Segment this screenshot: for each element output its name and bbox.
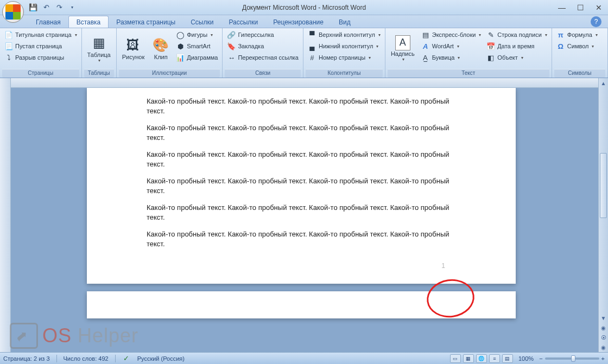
wordart-label: WordArt: [432, 43, 454, 49]
scroll-up-icon[interactable]: ▲: [599, 78, 608, 88]
chevron-down-icon: ▾: [545, 33, 547, 37]
close-button[interactable]: ✕: [590, 2, 608, 14]
smartart-icon: ⬢: [176, 42, 185, 50]
status-bar: Страница: 2 из 3 Число слов: 492 ✓ Русск…: [0, 352, 608, 364]
paragraph[interactable]: Какой-то пробный текст. Какой-то пробный…: [147, 176, 456, 195]
chevron-down-icon: ▾: [211, 33, 213, 37]
save-icon[interactable]: 💾: [28, 3, 38, 12]
paragraph[interactable]: Какой-то пробный текст. Какой-то пробный…: [147, 203, 456, 222]
equation-button[interactable]: πФормула▾: [554, 29, 600, 40]
tab-view[interactable]: Вид: [331, 16, 358, 28]
chevron-down-icon: ▾: [521, 55, 523, 60]
outline-view-icon[interactable]: ≡: [489, 354, 500, 363]
print-layout-view-icon[interactable]: ▭: [450, 354, 461, 363]
chevron-down-icon: ▾: [479, 33, 481, 37]
web-view-icon[interactable]: 🌐: [476, 354, 487, 363]
tab-references[interactable]: Ссылки: [183, 16, 221, 28]
tab-layout[interactable]: Разметка страницы: [109, 16, 183, 28]
paragraph[interactable]: Какой-то пробный текст. Какой-то пробный…: [147, 97, 456, 116]
hyperlink-icon: 🔗: [227, 30, 236, 39]
prev-page-icon[interactable]: ◉: [599, 323, 608, 333]
footer-button[interactable]: ▄Нижний колонтитул▾: [306, 41, 383, 52]
divider: [56, 355, 57, 362]
cover-page-button[interactable]: 📄Титульная страница▾: [2, 29, 79, 40]
scroll-track[interactable]: [599, 88, 608, 313]
workspace: Какой-то пробный текст. Какой-то пробный…: [0, 78, 608, 352]
pagenum-button[interactable]: #Номер страницы▾: [306, 52, 383, 63]
datetime-icon: 📅: [486, 42, 495, 50]
paragraph[interactable]: Какой-то пробный текст. Какой-то пробный…: [147, 229, 456, 248]
document-area[interactable]: Какой-то пробный текст. Какой-то пробный…: [11, 88, 598, 352]
blank-page-button[interactable]: 📃Пустая страница: [2, 41, 79, 52]
sigline-button[interactable]: ✎Строка подписи▾: [484, 29, 549, 40]
table-button[interactable]: ▦ Таблица ▾: [84, 29, 114, 67]
next-page-icon[interactable]: ◉: [599, 342, 608, 352]
status-language[interactable]: Русский (Россия): [137, 355, 185, 362]
status-page[interactable]: Страница: 2 из 3: [3, 355, 50, 362]
dropcap-button[interactable]: A̲Буквица▾: [419, 52, 484, 63]
browse-object-icon[interactable]: ⦿: [599, 333, 608, 342]
paragraph[interactable]: Какой-то пробный текст. Какой-то пробный…: [147, 123, 456, 142]
footer-label: Нижний колонтитул: [319, 43, 373, 49]
symbol-button[interactable]: ΩСимвол▾: [554, 41, 600, 52]
bookmark-button[interactable]: 🔖Закладка: [225, 41, 301, 52]
hyperlink-button[interactable]: 🔗Гиперссылка: [225, 29, 301, 40]
group-symbols: πФормула▾ ΩСимвол▾ Символы: [552, 28, 608, 78]
tab-review[interactable]: Рецензирование: [265, 16, 331, 28]
sigline-icon: ✎: [486, 30, 495, 39]
status-words[interactable]: Число слов: 492: [64, 355, 109, 362]
crossref-button[interactable]: ↔Перекрестная ссылка: [225, 52, 301, 63]
spellcheck-icon[interactable]: ✓: [122, 354, 131, 363]
undo-icon[interactable]: ↶: [41, 3, 51, 12]
minimize-button[interactable]: —: [553, 2, 571, 14]
wordart-button[interactable]: AWordArt▾: [419, 41, 484, 52]
smartart-button[interactable]: ⬢SmartArt: [174, 41, 220, 52]
document-page-2[interactable]: [87, 291, 516, 318]
fullscreen-view-icon[interactable]: ▦: [463, 354, 474, 363]
zoom-level[interactable]: 100%: [518, 355, 534, 362]
picture-icon: 🖼: [124, 36, 142, 54]
chevron-down-icon: ▾: [458, 55, 460, 60]
quickparts-label: Экспресс-блоки: [432, 31, 476, 38]
tab-mailings[interactable]: Рассылки: [221, 16, 265, 28]
tab-insert[interactable]: Вставка: [68, 16, 109, 28]
help-button[interactable]: ?: [591, 16, 601, 27]
page-break-button[interactable]: ⤵Разрыв страницы: [2, 52, 79, 63]
group-illustrations: 🖼Рисунок 🎨Клип ◯Фигуры▾ ⬢SmartArt 📊Диагр…: [117, 28, 223, 78]
office-button[interactable]: [2, 1, 24, 23]
vertical-scrollbar[interactable]: ▲ ▼ ◉ ⦿ ◉: [598, 78, 608, 352]
redo-icon[interactable]: ↷: [54, 3, 64, 12]
document-page-1[interactable]: Какой-то пробный текст. Какой-то пробный…: [87, 88, 516, 284]
maximize-button[interactable]: ☐: [571, 2, 590, 14]
vertical-ruler: [0, 78, 11, 352]
group-tables-label: Таблицы: [84, 69, 114, 78]
window-controls: — ☐ ✕: [553, 2, 608, 14]
draft-view-icon[interactable]: ▤: [502, 354, 513, 363]
group-pages: 📄Титульная страница▾ 📃Пустая страница ⤵Р…: [0, 28, 82, 78]
textbox-button[interactable]: AНадпись▾: [388, 29, 418, 67]
zoom-slider[interactable]: [545, 357, 599, 360]
paragraph[interactable]: Какой-то пробный текст. Какой-то пробный…: [147, 150, 456, 169]
picture-button[interactable]: 🖼Рисунок: [119, 29, 148, 67]
datetime-button[interactable]: 📅Дата и время: [484, 41, 549, 52]
scroll-down-icon[interactable]: ▼: [599, 313, 608, 323]
quickparts-button[interactable]: ▤Экспресс-блоки▾: [419, 29, 484, 40]
chevron-down-icon: ▾: [378, 33, 381, 37]
zoom-slider-thumb[interactable]: [571, 355, 575, 362]
picture-label: Рисунок: [122, 54, 145, 60]
tab-home[interactable]: Главная: [28, 16, 68, 28]
chart-button[interactable]: 📊Диаграмма: [174, 52, 220, 63]
qat-customize-icon[interactable]: ▾: [67, 3, 77, 12]
header-button[interactable]: ▀Верхний колонтитул▾: [306, 29, 383, 40]
zoom-in-icon[interactable]: +: [601, 355, 605, 362]
scroll-thumb[interactable]: [600, 153, 607, 218]
table-label: Таблица: [87, 52, 111, 58]
status-right: ▭ ▦ 🌐 ≡ ▤ 100% − +: [450, 354, 605, 363]
shapes-icon: ◯: [176, 30, 185, 39]
zoom-out-icon[interactable]: −: [539, 355, 542, 362]
object-button[interactable]: ◧Объект▾: [484, 52, 549, 63]
shapes-button[interactable]: ◯Фигуры▾: [174, 29, 220, 40]
symbol-icon: Ω: [556, 42, 565, 50]
chart-icon: 📊: [176, 53, 185, 62]
clip-button[interactable]: 🎨Клип: [149, 29, 173, 67]
